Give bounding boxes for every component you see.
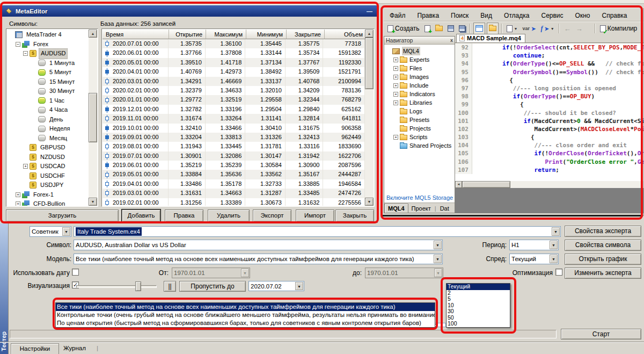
- code-hscrollbar[interactable]: ◄: [455, 181, 643, 188]
- visualization-slider-thumb[interactable]: [135, 281, 141, 291]
- insert-function-button[interactable]: f➤▼: [539, 23, 555, 34]
- code-line[interactable]: 100 //--- should it be closed?: [455, 109, 643, 117]
- table-row[interactable]: 2019.08.01 00:001.319431.334451.317811.3…: [103, 142, 365, 151]
- scroll-down-icon[interactable]: ▼: [89, 198, 97, 206]
- navigator-item[interactable]: +Libraries: [384, 98, 455, 107]
- code-line[interactable]: 94 if(OrderType()<=OP_SELL && // check f…: [455, 60, 643, 68]
- dialog-button-2[interactable]: Правка: [165, 209, 203, 222]
- menu-item-6[interactable]: Окно: [569, 11, 596, 20]
- table-row[interactable]: 2019.05.01 00:001.338841.356361.335621.3…: [103, 170, 365, 179]
- spread-option-0[interactable]: Текущий: [447, 284, 510, 290]
- toggle-layout-button[interactable]: [473, 23, 485, 34]
- spread-option-3[interactable]: 10: [447, 302, 510, 309]
- table-row[interactable]: 2019.12.01 00:001.327821.331961.295041.2…: [103, 105, 365, 114]
- column-header[interactable]: Объем: [325, 30, 367, 39]
- menu-item-1[interactable]: Правка: [412, 11, 445, 20]
- symbol-tree-item[interactable]: 1 Час: [7, 96, 89, 106]
- period-select[interactable]: H1▼: [509, 240, 559, 250]
- spread-option-6[interactable]: 100: [447, 321, 510, 327]
- forward-button[interactable]: →: [574, 23, 584, 34]
- scroll-down-icon[interactable]: ▼: [365, 198, 374, 206]
- tester-side-button-1[interactable]: Свойства символа: [565, 240, 641, 251]
- symbol-tree-item[interactable]: NZDUSD: [7, 153, 89, 162]
- chevron-down-icon[interactable]: ▼: [434, 241, 442, 249]
- symbol-tree-item[interactable]: Месяц: [7, 134, 89, 143]
- menu-item-0[interactable]: Файл: [384, 11, 412, 20]
- column-header[interactable]: Закрытие: [287, 30, 325, 39]
- code-line[interactable]: 102 MacdCurrent>(MACDCloseLevel*Point)): [455, 125, 643, 133]
- spread-option-2[interactable]: 5: [447, 296, 510, 302]
- table-row[interactable]: 2020.06.01 00:001.377661.378081.331441.3…: [103, 48, 365, 57]
- open-button[interactable]: [434, 23, 444, 34]
- history-window-titlebar[interactable]: MetaEditor —: [2, 5, 377, 17]
- table-row[interactable]: 2020.07.01 00:001.357351.361001.354451.3…: [103, 39, 365, 48]
- chevron-down-icon[interactable]: ▼: [62, 227, 70, 236]
- menu-item-7[interactable]: Справка: [596, 11, 633, 20]
- pause-button[interactable]: ||: [164, 281, 176, 292]
- symbol-tree-item[interactable]: 15 Минут: [7, 77, 89, 87]
- code-line[interactable]: 92 if(!OrderSelect(cnt,SELECT_BY_POS,MOD…: [455, 44, 643, 52]
- table-row[interactable]: 2020.04.01 00:001.407691.429731.384921.3…: [103, 67, 365, 76]
- skip-date-select[interactable]: 2020.07.02▼: [248, 281, 304, 291]
- expand-plus-icon[interactable]: +: [16, 201, 20, 206]
- scroll-left-icon[interactable]: ◄: [455, 181, 462, 188]
- code-line[interactable]: 103 {: [455, 133, 643, 141]
- symbol-tree-item[interactable]: 30 Минут: [7, 86, 89, 96]
- tester-sidebar[interactable]: Тестер: [0, 223, 9, 354]
- table-scrollbar[interactable]: ▲ ▼: [365, 30, 374, 206]
- menu-item-5[interactable]: Сервис: [535, 11, 569, 20]
- expand-plus-icon[interactable]: +: [393, 83, 398, 88]
- model-option-0[interactable]: Все тики (наиболее точный метод на основ…: [56, 303, 435, 311]
- code-area[interactable]: 92 if(!OrderSelect(cnt,SELECT_BY_POS,MOD…: [455, 44, 643, 181]
- navigator-item[interactable]: Presets: [384, 115, 455, 124]
- collapse-minus-icon[interactable]: −: [23, 51, 28, 56]
- table-row[interactable]: 2020.02.01 00:001.323791.346331.320101.3…: [103, 86, 365, 95]
- code-line[interactable]: 96 {: [455, 76, 643, 84]
- table-row[interactable]: 2019.10.01 00:001.324101.334661.304101.3…: [103, 124, 365, 133]
- scrollbar-thumb[interactable]: [365, 38, 374, 89]
- visualization-slider-track[interactable]: [76, 285, 157, 288]
- scrollbar-thumb[interactable]: [462, 181, 510, 188]
- code-line[interactable]: 107 return;: [455, 166, 643, 174]
- date-to-select[interactable]: 1970.01.01▼: [365, 268, 443, 278]
- spread-select[interactable]: Текущий▼: [509, 254, 559, 264]
- table-row[interactable]: 2020.05.01 00:001.395101.417181.371341.3…: [103, 58, 365, 67]
- menu-item-3[interactable]: Вид: [474, 11, 498, 20]
- tester-side-button-0[interactable]: Свойства эксперта: [565, 226, 641, 237]
- symbol-tree-item[interactable]: USDCHF: [7, 171, 89, 181]
- tester-side-button-2[interactable]: Открыть график: [565, 254, 641, 265]
- use-date-checkbox[interactable]: [72, 269, 79, 276]
- navigator-item[interactable]: Shared Projects: [384, 141, 455, 150]
- table-row[interactable]: 2019.09.01 00:001.332041.338131.313261.3…: [103, 133, 365, 142]
- tree-scrollbar[interactable]: ▲ ▼: [89, 30, 97, 206]
- symbol-tree-item[interactable]: +USDCAD: [7, 162, 89, 171]
- column-header[interactable]: Минимум: [246, 30, 287, 39]
- navigator-item[interactable]: +Images: [384, 73, 455, 81]
- dialog-button-3[interactable]: Удалить: [208, 209, 250, 222]
- navigator-tab-0[interactable]: MQL4: [384, 204, 408, 213]
- skip-to-button[interactable]: Пропустить до: [179, 281, 246, 292]
- symbol-tree-item[interactable]: −AUDUSD: [7, 49, 89, 59]
- symbol-tree-item[interactable]: Неделя: [7, 124, 89, 134]
- tester-tab-1[interactable]: Журнал: [63, 345, 86, 351]
- dialog-button-4[interactable]: Экспорт: [253, 209, 291, 222]
- symbol-tree-item[interactable]: MetaTrader 4: [7, 30, 89, 40]
- symbol-tree-item[interactable]: −Forex: [7, 40, 89, 49]
- table-row[interactable]: 2020.03.01 00:001.342911.466691.331371.4…: [103, 77, 365, 86]
- chevron-down-icon[interactable]: ▼: [550, 241, 558, 249]
- new-project-button[interactable]: [423, 23, 432, 34]
- navigator-item[interactable]: +Scripts: [384, 133, 455, 141]
- expert-file-select[interactable]: Italy Trade System.ex4▼: [74, 226, 561, 237]
- back-button[interactable]: ←: [562, 23, 573, 34]
- dialog-button-5[interactable]: Импорт: [296, 209, 334, 222]
- symbol-tree-item[interactable]: День: [7, 115, 89, 125]
- navigator-header[interactable]: Навигатор x: [384, 37, 455, 45]
- save-all-button[interactable]: [457, 23, 467, 34]
- code-line[interactable]: 99 {: [455, 100, 643, 109]
- menu-item-2[interactable]: Поиск: [445, 11, 474, 20]
- expand-plus-icon[interactable]: +: [393, 75, 398, 80]
- table-row[interactable]: 2019.06.01 00:001.352191.352391.305841.3…: [103, 161, 365, 170]
- toggle-navigator-button[interactable]: [487, 23, 499, 34]
- table-row[interactable]: 2019.07.01 00:001.309011.320861.301471.3…: [103, 151, 365, 161]
- date-from-select[interactable]: 1970.01.01▼: [172, 268, 250, 278]
